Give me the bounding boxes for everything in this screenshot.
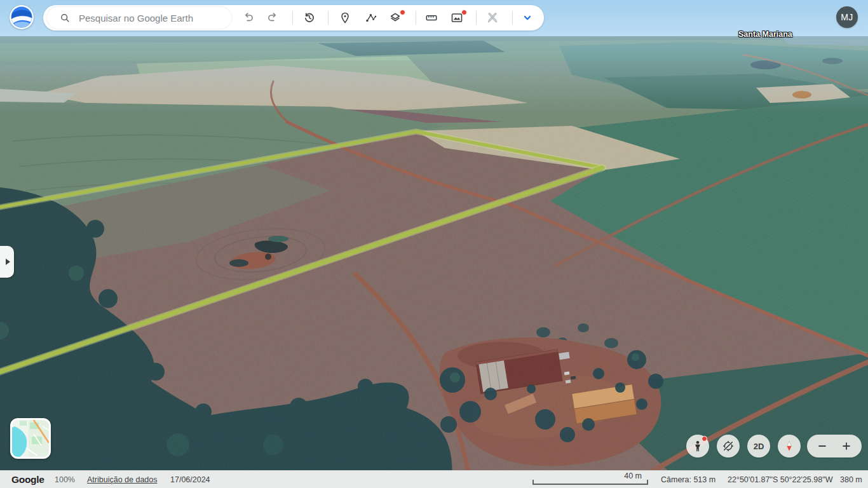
chevron-down-icon bbox=[520, 11, 534, 25]
path-icon bbox=[364, 11, 378, 25]
mode-2d-label: 2D bbox=[754, 442, 764, 451]
data-attribution-link[interactable]: Atribuição de dados bbox=[87, 475, 158, 484]
toolbar-divider bbox=[512, 11, 513, 25]
media-notification-dot bbox=[461, 10, 467, 15]
historical-imagery-button[interactable] bbox=[298, 6, 321, 29]
minus-icon bbox=[816, 440, 829, 452]
account-avatar[interactable]: MJ bbox=[836, 6, 858, 28]
terrain-noise-light bbox=[0, 60, 868, 488]
pin-icon bbox=[338, 11, 352, 25]
google-earth-app: Santa Mariana bbox=[0, 0, 868, 488]
toolbar-divider bbox=[328, 11, 329, 25]
google-logo: Google bbox=[11, 474, 44, 485]
undo-button[interactable] bbox=[237, 6, 260, 29]
toolbar-divider bbox=[416, 11, 416, 25]
undo-icon bbox=[241, 11, 255, 25]
cursor-coordinates: 22°50'01.87"S 50°22'25.98"W bbox=[728, 475, 832, 484]
drawing-tools-button[interactable] bbox=[481, 6, 504, 29]
avatar-initials: MJ bbox=[841, 12, 853, 22]
search-box[interactable] bbox=[47, 7, 231, 29]
redo-button[interactable] bbox=[261, 6, 284, 29]
chevron-right-icon bbox=[6, 259, 10, 265]
zoom-out-button[interactable] bbox=[813, 435, 831, 458]
horizon-haze bbox=[0, 36, 868, 112]
scale-bar bbox=[532, 480, 648, 485]
side-panel-toggle[interactable] bbox=[0, 246, 14, 278]
terrain-elevation: 380 m bbox=[840, 475, 862, 484]
toolbar-divider bbox=[476, 11, 477, 25]
mode-2d-button[interactable]: 2D bbox=[747, 435, 770, 458]
camera-altitude: Câmera: 513 m bbox=[661, 475, 715, 484]
zoom-control bbox=[807, 435, 862, 458]
layers-notification-dot bbox=[400, 10, 405, 15]
history-icon bbox=[302, 11, 316, 25]
google-earth-logo[interactable] bbox=[10, 5, 34, 29]
add-placemark-button[interactable] bbox=[334, 6, 356, 29]
map-place-label: Santa Mariana bbox=[738, 30, 792, 39]
zoom-in-button[interactable] bbox=[837, 435, 855, 458]
overview-map bbox=[12, 420, 49, 457]
compass-button[interactable] bbox=[778, 435, 801, 458]
orbit-button[interactable] bbox=[717, 435, 740, 458]
compass-icon bbox=[782, 439, 796, 453]
pegman-notification-dot bbox=[702, 436, 707, 442]
imagery-date: 17/06/2024 bbox=[170, 475, 210, 484]
search-input[interactable] bbox=[78, 12, 226, 24]
status-bar: Google 100% Atribuição de dados 17/06/20… bbox=[0, 470, 868, 488]
pencil-icon bbox=[485, 11, 499, 25]
redo-icon bbox=[266, 11, 280, 25]
zoom-level: 100% bbox=[55, 475, 75, 484]
overview-minimap[interactable] bbox=[10, 418, 51, 459]
toolbar-divider bbox=[292, 11, 293, 25]
add-path-button[interactable] bbox=[360, 6, 383, 29]
measure-button[interactable] bbox=[420, 6, 443, 29]
plus-icon bbox=[840, 440, 853, 452]
map-canvas[interactable] bbox=[0, 0, 868, 488]
search-icon bbox=[58, 11, 71, 24]
scale-label: 40 m bbox=[532, 471, 642, 480]
main-toolbar bbox=[43, 5, 544, 30]
ruler-icon bbox=[424, 11, 438, 25]
toolbar-expand-button[interactable] bbox=[516, 6, 539, 29]
gyro-off-icon bbox=[721, 439, 735, 453]
